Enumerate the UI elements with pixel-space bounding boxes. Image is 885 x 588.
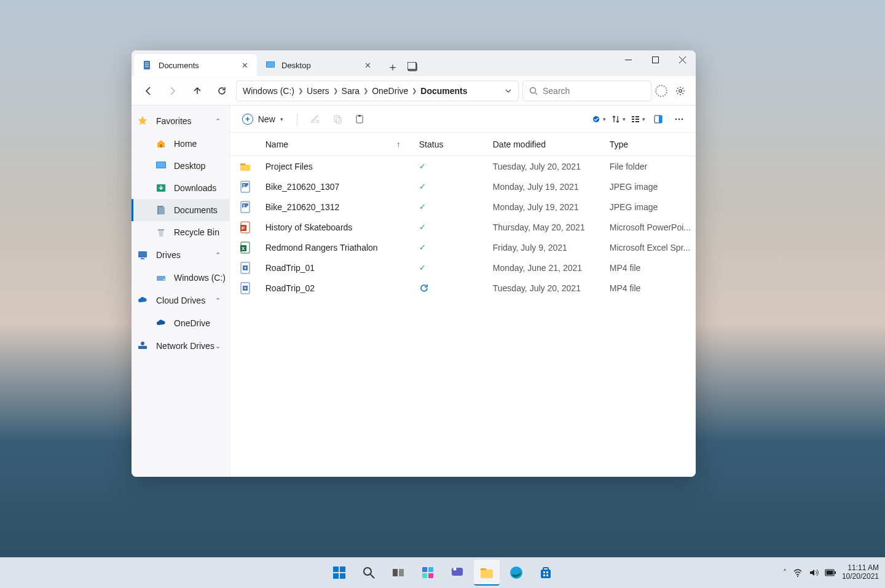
- clock[interactable]: 11:11 AM 10/20/2021: [842, 564, 879, 581]
- svg-line-70: [371, 574, 374, 578]
- file-row[interactable]: Bike_210620_1307✓Monday, July 19, 2021JP…: [230, 176, 696, 197]
- more-button[interactable]: [670, 110, 688, 128]
- drive-icon: [155, 272, 167, 283]
- breadcrumb-segment[interactable]: Sara❯: [342, 86, 369, 96]
- file-date: Monday, July 19, 2021: [488, 202, 605, 212]
- column-status[interactable]: Status: [414, 139, 488, 149]
- image-icon: [230, 201, 261, 213]
- sidebar-item-recycle-bin[interactable]: Recycle Bin: [132, 221, 229, 243]
- svg-rect-66: [340, 566, 345, 572]
- breadcrumb-segment[interactable]: Users❯: [307, 86, 338, 96]
- paste-button[interactable]: [350, 110, 369, 128]
- forward-button[interactable]: [162, 80, 183, 101]
- file-row[interactable]: XRedmond Rangers Triathalon✓Friday, July…: [230, 237, 696, 257]
- search-app[interactable]: [356, 560, 382, 586]
- file-row[interactable]: PHistory of Skateboards✓Thursday, May 20…: [230, 217, 696, 237]
- tag-button[interactable]: ▾: [590, 113, 607, 125]
- tab-desktop[interactable]: Desktop ✕: [257, 54, 380, 76]
- tray-chevron-icon[interactable]: ˄: [783, 568, 787, 577]
- chat[interactable]: [444, 560, 470, 586]
- tab-strip: Documents ✕ Desktop ✕ ＋: [132, 50, 422, 76]
- video-icon: [230, 282, 261, 294]
- sidebar-group-cloud-drives[interactable]: Cloud Drives⌃: [132, 289, 229, 312]
- svg-rect-26: [138, 346, 147, 349]
- file-row[interactable]: Bike_210620_1312✓Monday, July 19, 2021JP…: [230, 197, 696, 217]
- breadcrumb[interactable]: Windows (C:)❯ Users❯ Sara❯ OneDrive❯ Doc…: [236, 80, 519, 101]
- breadcrumb-current[interactable]: Documents: [420, 86, 467, 96]
- sidebar-item-documents[interactable]: Documents: [132, 199, 229, 221]
- file-date: Tuesday, July 20, 2021: [488, 162, 605, 171]
- cut-button[interactable]: [306, 110, 324, 128]
- file-type: Microsoft PowerPoi...: [605, 222, 696, 232]
- sidebar-group-network-drives[interactable]: Network Drives⌄: [132, 334, 229, 358]
- sidebar-item-downloads[interactable]: Downloads: [132, 177, 229, 199]
- details-pane-button[interactable]: [649, 110, 667, 128]
- file-row[interactable]: RoadTrip_01✓Monday, June 21, 2021MP4 fil…: [230, 257, 696, 278]
- settings-button[interactable]: [671, 82, 690, 100]
- onedrive-icon: [155, 318, 167, 329]
- search-box[interactable]: Search: [522, 80, 651, 101]
- file-explorer-app[interactable]: [474, 560, 500, 586]
- window-controls: [615, 50, 696, 76]
- up-button[interactable]: [187, 80, 208, 101]
- breadcrumb-dropdown[interactable]: [505, 87, 512, 95]
- svg-rect-20: [159, 207, 165, 214]
- refresh-button[interactable]: [211, 80, 232, 101]
- column-date[interactable]: Date modified: [488, 139, 605, 149]
- minimize-button[interactable]: [615, 50, 642, 69]
- battery-icon[interactable]: [825, 569, 836, 576]
- file-date: Thursday, May 20, 2021: [488, 222, 605, 232]
- svg-rect-21: [158, 229, 164, 230]
- new-button[interactable]: + New ▾: [237, 111, 288, 127]
- svg-rect-82: [543, 568, 548, 570]
- tab-documents[interactable]: Documents ✕: [134, 54, 257, 76]
- svg-rect-9: [652, 57, 658, 63]
- sort-button[interactable]: ▾: [610, 113, 627, 125]
- sidebar-group-drives[interactable]: Drives⌃: [132, 243, 229, 267]
- store-app[interactable]: [533, 560, 559, 586]
- svg-point-69: [364, 568, 371, 575]
- svg-rect-42: [635, 121, 639, 122]
- svg-rect-89: [826, 571, 833, 575]
- new-tab-button[interactable]: ＋: [384, 58, 402, 76]
- svg-point-78: [454, 568, 457, 571]
- edge-app[interactable]: [503, 560, 529, 586]
- sidebar-item-desktop[interactable]: Desktop: [132, 155, 229, 177]
- file-name: RoadTrip_01: [261, 263, 414, 273]
- sidebar-group-favorites[interactable]: Favorites⌃: [132, 109, 229, 133]
- task-view[interactable]: [385, 560, 411, 586]
- svg-rect-90: [835, 571, 836, 574]
- taskbar[interactable]: ˄ 11:11 AM 10/20/2021: [0, 557, 885, 588]
- view-button[interactable]: ▾: [629, 113, 647, 125]
- svg-point-28: [312, 120, 314, 123]
- system-tray[interactable]: ˄ 11:11 AM 10/20/2021: [783, 564, 879, 581]
- close-window-button[interactable]: [669, 50, 696, 69]
- svg-rect-73: [422, 567, 427, 572]
- wifi-icon[interactable]: [793, 568, 803, 578]
- file-row[interactable]: RoadTrip_02Tuesday, July 20, 2021MP4 fil…: [230, 278, 696, 298]
- breadcrumb-segment[interactable]: OneDrive❯: [372, 86, 417, 96]
- maximize-button[interactable]: [642, 50, 669, 69]
- back-button[interactable]: [138, 80, 159, 101]
- svg-rect-3: [145, 66, 149, 67]
- sidebar-item-home[interactable]: Home: [132, 133, 229, 155]
- title-bar: Documents ✕ Desktop ✕ ＋: [132, 50, 696, 76]
- close-tab-button[interactable]: ✕: [238, 59, 251, 71]
- widgets[interactable]: [415, 560, 441, 586]
- breadcrumb-segment[interactable]: Windows (C:)❯: [243, 86, 303, 96]
- file-type: File folder: [605, 162, 696, 171]
- sidebar-item-onedrive[interactable]: OneDrive: [132, 312, 229, 334]
- file-row[interactable]: Project Files✓Tuesday, July 20, 2021File…: [230, 156, 696, 176]
- copy-button[interactable]: [328, 110, 347, 128]
- start-button[interactable]: [326, 560, 352, 586]
- column-type[interactable]: Type: [605, 139, 696, 149]
- column-name[interactable]: Name↑: [261, 139, 414, 149]
- svg-rect-72: [399, 569, 404, 576]
- volume-icon[interactable]: [809, 568, 819, 578]
- close-tab-button[interactable]: ✕: [361, 59, 374, 71]
- file-status: [414, 283, 488, 293]
- window-body: Favorites⌃HomeDesktopDownloadsDocumentsR…: [132, 106, 696, 477]
- sidebar-item-windows-c-[interactable]: Windows (C:): [132, 267, 229, 289]
- tab-overview-button[interactable]: [403, 58, 422, 76]
- svg-rect-67: [333, 573, 339, 579]
